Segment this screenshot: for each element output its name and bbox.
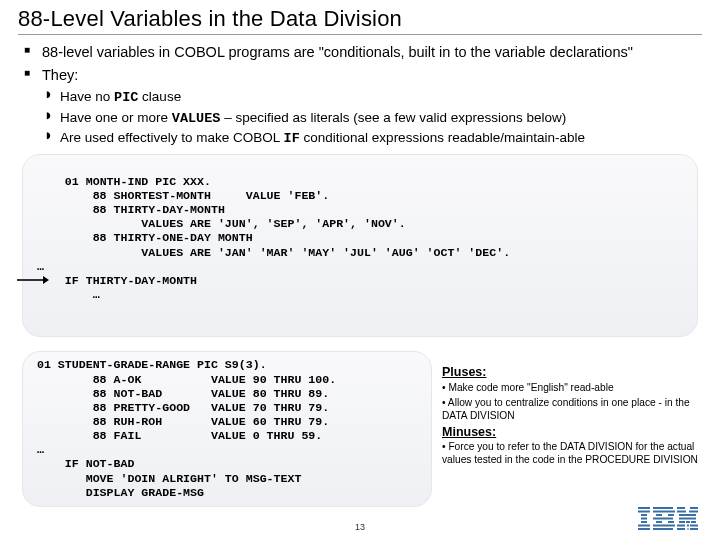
svg-rect-35: [688, 528, 689, 530]
plus-item: • Make code more "English" read-able: [442, 382, 702, 394]
code-block-month: 01 MONTH-IND PIC XXX. 88 SHORTEST-MONTH …: [22, 154, 698, 338]
text: Are used effectively to make COBOL: [60, 130, 284, 145]
svg-rect-14: [656, 521, 662, 523]
sub-bullet-item: Have one or more VALUES – specified as l…: [46, 109, 702, 128]
svg-rect-31: [677, 525, 685, 527]
bullet-item: 88-level variables in COBOL programs are…: [24, 43, 702, 62]
row-code-and-notes: 01 STUDENT-GRADE-RANGE PIC S9(3). 88 A-O…: [18, 345, 702, 506]
svg-rect-26: [685, 518, 691, 520]
pluses-header: Pluses:: [442, 365, 702, 380]
title-divider: [18, 34, 702, 35]
svg-rect-8: [638, 528, 650, 530]
svg-rect-24: [691, 514, 696, 516]
bullet-list: 88-level variables in COBOL programs are…: [24, 43, 702, 84]
svg-rect-34: [677, 528, 685, 530]
svg-rect-16: [653, 525, 675, 527]
text: – specified as literals (see a few valid…: [220, 110, 566, 125]
svg-rect-18: [677, 507, 685, 509]
svg-rect-27: [691, 518, 696, 520]
svg-rect-25: [679, 518, 685, 520]
code-keyword: VALUES: [172, 111, 221, 126]
svg-rect-30: [691, 521, 696, 523]
svg-rect-7: [638, 525, 650, 527]
bullet-item: They:: [24, 66, 702, 85]
sub-bullet-item: Have no PIC clause: [46, 88, 702, 107]
svg-rect-36: [690, 528, 698, 530]
svg-rect-11: [656, 514, 662, 516]
sub-bullet-list: Have no PIC clause Have one or more VALU…: [46, 88, 702, 148]
svg-rect-15: [668, 521, 674, 523]
svg-rect-13: [653, 518, 673, 520]
text: conditional expressions readable/maintai…: [300, 130, 585, 145]
svg-rect-28: [679, 521, 685, 523]
svg-rect-6: [641, 521, 647, 523]
svg-rect-9: [653, 507, 673, 509]
code-text: 01 MONTH-IND PIC XXX. 88 SHORTEST-MONTH …: [37, 175, 510, 301]
sub-bullet-item: Are used effectively to make COBOL IF co…: [46, 129, 702, 148]
minuses-header: Minuses:: [442, 425, 702, 440]
minus-item: • Force you to refer to the DATA DIVISIO…: [442, 441, 702, 466]
svg-rect-29: [686, 521, 690, 523]
code-block-grade: 01 STUDENT-GRADE-RANGE PIC S9(3). 88 A-O…: [22, 351, 432, 506]
svg-rect-5: [641, 518, 647, 520]
page-number: 13: [0, 522, 720, 532]
svg-rect-3: [638, 511, 650, 513]
plus-item: • Allow you to centralize conditions in …: [442, 397, 702, 422]
text: clause: [138, 89, 181, 104]
code-keyword: IF: [284, 131, 300, 146]
svg-rect-20: [677, 511, 686, 513]
slide-title: 88-Level Variables in the Data Division: [18, 6, 702, 32]
svg-rect-32: [687, 525, 689, 527]
svg-rect-21: [689, 511, 698, 513]
code-keyword: PIC: [114, 90, 138, 105]
svg-rect-4: [641, 514, 647, 516]
text: Have one or more: [60, 110, 172, 125]
svg-rect-17: [653, 528, 673, 530]
svg-rect-33: [690, 525, 698, 527]
svg-rect-19: [690, 507, 698, 509]
ibm-logo: [638, 506, 698, 530]
slide: 88-Level Variables in the Data Division …: [0, 0, 720, 540]
svg-rect-2: [638, 507, 650, 509]
text: Have no: [60, 89, 114, 104]
pros-cons: Pluses: • Make code more "English" read-…: [442, 345, 702, 506]
svg-rect-10: [653, 511, 675, 513]
svg-rect-12: [668, 514, 674, 516]
